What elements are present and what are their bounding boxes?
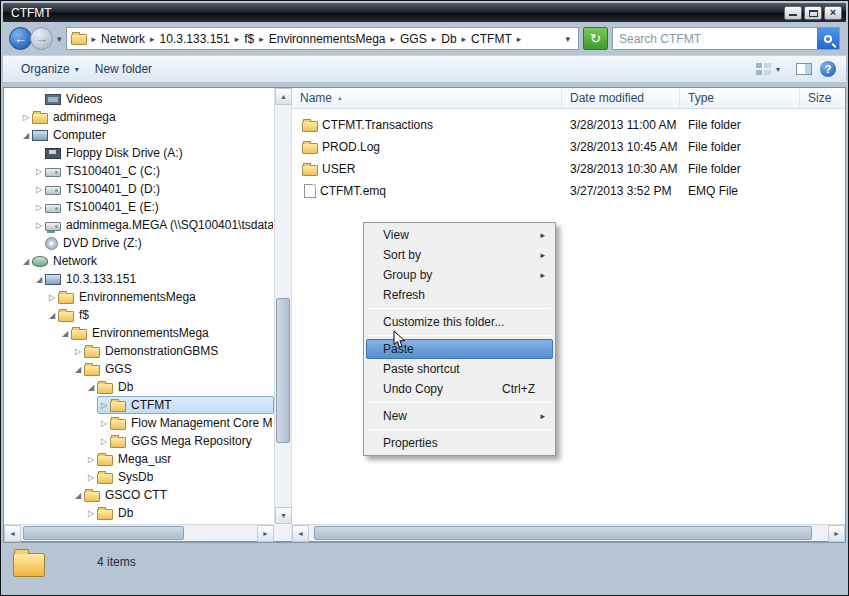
menu-item-paste-shortcut[interactable]: Paste shortcut bbox=[366, 359, 553, 379]
tree-item-network[interactable]: ◢Network bbox=[4, 252, 274, 270]
back-button[interactable]: ← bbox=[9, 27, 32, 50]
scrollbar-thumb[interactable] bbox=[314, 526, 812, 540]
tree-item-sysdb[interactable]: ▷SysDb bbox=[4, 468, 274, 486]
tree-item-adminmega[interactable]: ▷adminmega bbox=[4, 108, 274, 126]
tree-item-ggs-mega-repository[interactable]: ▷GGS Mega Repository bbox=[4, 432, 274, 450]
tree-vertical-scrollbar[interactable]: ▲ ▼ bbox=[274, 88, 291, 524]
breadcrumb-segment-ctfmt[interactable]: CTFMT bbox=[467, 30, 516, 48]
scroll-down-icon[interactable]: ▼ bbox=[275, 507, 292, 524]
menu-item-group-by[interactable]: Group by▸ bbox=[366, 265, 553, 285]
column-header-name[interactable]: Name▴ bbox=[292, 88, 562, 108]
file-row-user[interactable]: USER3/28/2013 10:30 AMFile folder bbox=[292, 158, 845, 180]
scrollbar-thumb[interactable] bbox=[276, 298, 290, 443]
tree-item-db[interactable]: ▷Db bbox=[4, 504, 274, 522]
scrollbar-thumb[interactable] bbox=[23, 526, 183, 540]
tree-item-ts100401-c-c[interactable]: ▷TS100401_C (C:) bbox=[4, 162, 274, 180]
scrollbar-track[interactable] bbox=[21, 525, 257, 541]
collapse-arrow-icon[interactable]: ◢ bbox=[33, 275, 45, 284]
tree-item-f[interactable]: ◢f$ bbox=[4, 306, 274, 324]
collapse-arrow-icon[interactable]: ◢ bbox=[72, 491, 84, 500]
expand-arrow-icon[interactable]: ▷ bbox=[85, 509, 97, 518]
search-box[interactable] bbox=[612, 27, 840, 50]
tree-item-ggs[interactable]: ◢GGS bbox=[4, 360, 274, 378]
menu-item-sort-by[interactable]: Sort by▸ bbox=[366, 245, 553, 265]
list-horizontal-scrollbar[interactable]: ◄ ► bbox=[292, 524, 845, 541]
breadcrumb-segment-db[interactable]: Db bbox=[437, 30, 460, 48]
search-button[interactable] bbox=[817, 28, 839, 49]
expand-arrow-icon[interactable]: ▷ bbox=[33, 167, 45, 176]
file-row-prod-log[interactable]: PROD.Log3/28/2013 10:45 AMFile folder bbox=[292, 136, 845, 158]
expand-arrow-icon[interactable]: ▷ bbox=[98, 401, 110, 410]
expand-arrow-icon[interactable]: ▷ bbox=[85, 473, 97, 482]
organize-button[interactable]: Organize ▾ bbox=[13, 59, 87, 79]
menu-item-undo-copy[interactable]: Undo CopyCtrl+Z bbox=[366, 379, 553, 399]
address-dropdown-icon[interactable]: ▾ bbox=[561, 34, 574, 44]
refresh-button[interactable]: ↻ bbox=[583, 27, 608, 50]
menu-item-view[interactable]: View▸ bbox=[366, 225, 553, 245]
tree-item-environnementsmega[interactable]: ▷EnvironnementsMega bbox=[4, 288, 274, 306]
close-button[interactable]: × bbox=[824, 6, 842, 20]
scroll-left-icon[interactable]: ◄ bbox=[4, 525, 21, 542]
maximize-button[interactable] bbox=[804, 6, 822, 20]
search-input[interactable] bbox=[613, 32, 817, 46]
breadcrumb-segment-10-3-133-151[interactable]: 10.3.133.151 bbox=[156, 30, 234, 48]
collapse-arrow-icon[interactable]: ◢ bbox=[46, 311, 58, 320]
help-button[interactable]: ? bbox=[820, 61, 836, 77]
tree-item-environnementsmega[interactable]: ◢EnvironnementsMega bbox=[4, 324, 274, 342]
scroll-left-icon[interactable]: ◄ bbox=[292, 525, 309, 542]
tree-item-db[interactable]: ◢Db bbox=[4, 378, 274, 396]
tree-item-ts100401-d-d[interactable]: ▷TS100401_D (D:) bbox=[4, 180, 274, 198]
menu-item-properties[interactable]: Properties bbox=[366, 433, 553, 453]
tree-item-flow-management-core-model[interactable]: ▷Flow Management Core Model bbox=[4, 414, 274, 432]
menu-item-customize-this-folder[interactable]: Customize this folder... bbox=[366, 312, 553, 332]
preview-pane-button[interactable] bbox=[796, 63, 812, 75]
column-header-date-modified[interactable]: Date modified bbox=[562, 88, 680, 108]
expand-arrow-icon[interactable]: ▷ bbox=[98, 437, 110, 446]
tree-item-videos[interactable]: Videos bbox=[4, 90, 274, 108]
breadcrumb-segment-network[interactable]: Network bbox=[97, 30, 149, 48]
breadcrumb-segment-f[interactable]: f$ bbox=[240, 30, 258, 48]
tree-item-adminmega-mega-sq100401-tsdata-h[interactable]: ▷adminmega.MEGA (\\SQ100401\tsdata$) (H:… bbox=[4, 216, 274, 234]
chevron-right-icon[interactable]: ▸ bbox=[516, 34, 523, 44]
file-row-ctfmt-transactions[interactable]: CTFMT.Transactions3/28/2013 11:00 AMFile… bbox=[292, 114, 845, 136]
expand-arrow-icon[interactable]: ▷ bbox=[85, 455, 97, 464]
column-header-type[interactable]: Type bbox=[680, 88, 800, 108]
expand-arrow-icon[interactable]: ▷ bbox=[20, 113, 32, 122]
collapse-arrow-icon[interactable]: ◢ bbox=[85, 383, 97, 392]
title-bar[interactable]: CTFMT × bbox=[3, 3, 846, 22]
recent-pages-dropdown-icon[interactable]: ▾ bbox=[57, 34, 62, 44]
tree-item-gsco-ctt[interactable]: ◢GSCO CTT bbox=[4, 486, 274, 504]
tree-item-10-3-133-151[interactable]: ◢10.3.133.151 bbox=[4, 270, 274, 288]
tree-item-demonstrationgbms[interactable]: ▷DemonstrationGBMS bbox=[4, 342, 274, 360]
expand-arrow-icon[interactable]: ▷ bbox=[33, 203, 45, 212]
scrollbar-track[interactable] bbox=[309, 525, 828, 541]
collapse-arrow-icon[interactable]: ◢ bbox=[72, 365, 84, 374]
forward-button[interactable]: → bbox=[30, 27, 53, 50]
breadcrumb-segment-ggs[interactable]: GGS bbox=[396, 30, 431, 48]
expand-arrow-icon[interactable]: ▷ bbox=[72, 347, 84, 356]
tree-item-dvd-drive-z[interactable]: DVD Drive (Z:) bbox=[4, 234, 274, 252]
menu-item-refresh[interactable]: Refresh bbox=[366, 285, 553, 305]
scroll-up-icon[interactable]: ▲ bbox=[275, 88, 292, 105]
breadcrumb-segment-environnementsmega[interactable]: EnvironnementsMega bbox=[265, 30, 390, 48]
tree-item-mega-usr[interactable]: ▷Mega_usr bbox=[4, 450, 274, 468]
tree-horizontal-scrollbar[interactable]: ◄ ► bbox=[4, 524, 274, 541]
new-folder-button[interactable]: New folder bbox=[87, 59, 160, 79]
scroll-right-icon[interactable]: ► bbox=[257, 525, 274, 542]
expand-arrow-icon[interactable]: ▷ bbox=[33, 221, 45, 230]
address-field[interactable]: ▸ Network▸10.3.133.151▸f$▸Environnements… bbox=[66, 27, 579, 50]
tree-item-computer[interactable]: ◢Computer bbox=[4, 126, 274, 144]
collapse-arrow-icon[interactable]: ◢ bbox=[59, 329, 71, 338]
file-row-ctfmt-emq[interactable]: CTFMT.emq3/27/2013 3:52 PMEMQ File bbox=[292, 180, 845, 202]
collapse-arrow-icon[interactable]: ◢ bbox=[20, 257, 32, 266]
collapse-arrow-icon[interactable]: ◢ bbox=[20, 131, 32, 140]
tree-item-ts100401-e-e[interactable]: ▷TS100401_E (E:) bbox=[4, 198, 274, 216]
change-view-button[interactable]: ▾ bbox=[748, 60, 788, 78]
scrollbar-track[interactable] bbox=[275, 105, 291, 507]
tree-item-ctfmt[interactable]: ▷CTFMT bbox=[4, 396, 274, 414]
scroll-right-icon[interactable]: ► bbox=[828, 525, 845, 542]
expand-arrow-icon[interactable]: ▷ bbox=[98, 419, 110, 428]
tree-item-floppy-disk-drive-a[interactable]: Floppy Disk Drive (A:) bbox=[4, 144, 274, 162]
minimize-button[interactable] bbox=[784, 6, 802, 20]
menu-item-new[interactable]: New▸ bbox=[366, 406, 553, 426]
